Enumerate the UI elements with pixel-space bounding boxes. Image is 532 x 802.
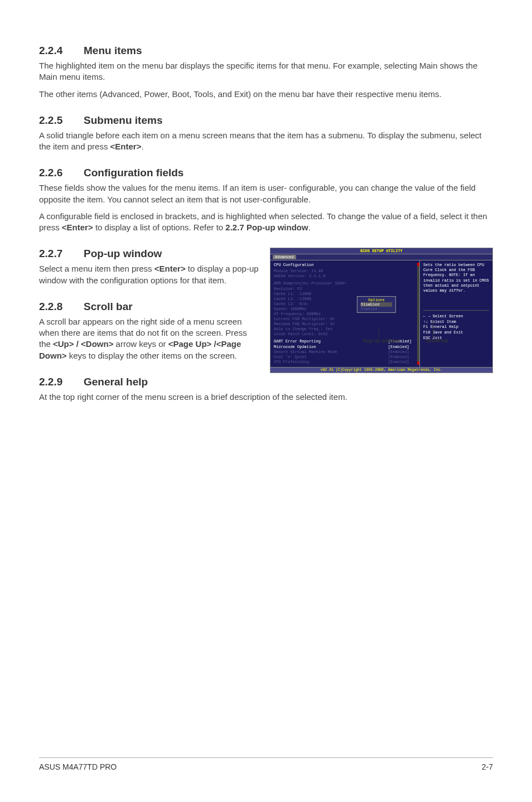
- bios-info: Revision: F2: [274, 287, 416, 292]
- para: A configurable field is enclosed in brac…: [39, 211, 493, 234]
- bios-config-label: CPU Prefetching: [274, 360, 388, 365]
- para: At the top right corner of the menu scre…: [39, 392, 493, 403]
- bios-config-row: Microcode Opdation[Enabled]: [274, 345, 416, 350]
- bios-popup-option: Disabled: [361, 302, 392, 307]
- bios-info: Maximum FSB Multiplier: 9x: [274, 322, 416, 327]
- bios-scrollbar: [417, 263, 419, 365]
- bios-popup-title: Options: [361, 298, 392, 302]
- bios-help-text: Sets the ratio between CPU Core Clock an…: [423, 263, 489, 311]
- bios-config-label: Secure Virtual Machine Mode: [274, 350, 388, 355]
- heading-config-fields: 2.2.6Configuration fields: [39, 167, 493, 179]
- bios-config-value: [Enabled]: [388, 345, 416, 350]
- section-2-2-6: 2.2.6Configuration fields These fields s…: [39, 167, 493, 233]
- page-footer: ASUS M4A77TD PRO 2-7: [39, 757, 493, 771]
- bios-config-row: Cool 'n' Quiet[Enabled]: [274, 355, 416, 360]
- bios-popup-options: Options Disabled Enabled: [357, 296, 396, 313]
- right-column: BIOS SETUP UTILITY Advanced CPU Configur…: [270, 248, 493, 373]
- bios-title-bar: BIOS SETUP UTILITY: [270, 248, 492, 254]
- heading-num: 2.2.7: [39, 248, 84, 260]
- heading-title: Submenu items: [84, 114, 162, 126]
- heading-num: 2.2.8: [39, 301, 84, 313]
- bios-popup-option: Enabled: [361, 307, 392, 311]
- heading-title: Pop-up window: [84, 248, 162, 259]
- heading-scroll-bar: 2.2.8Scroll bar: [39, 301, 259, 313]
- bios-scroll-arrow-down-icon: [417, 361, 419, 365]
- callout-line: [433, 320, 433, 338]
- heading-title: General help: [84, 376, 148, 388]
- heading-num: 2.2.4: [39, 45, 84, 57]
- heading-num: 2.2.6: [39, 167, 84, 179]
- heading-submenu-items: 2.2.5Submenu items: [39, 114, 493, 127]
- left-column: 2.2.7Pop-up window Select a menu item th…: [39, 248, 259, 376]
- bios-main-panel: CPU Configuration Module Version: 13.40 …: [270, 260, 420, 367]
- bios-info: Able to Change Freq.: Yes: [274, 327, 416, 332]
- para: These fields show the values for the men…: [39, 182, 493, 205]
- footer-page-number: 2-7: [482, 762, 493, 771]
- two-column-area: 2.2.7Pop-up window Select a menu item th…: [39, 248, 493, 376]
- section-2-2-5: 2.2.5Submenu items A solid triangle befo…: [39, 114, 493, 153]
- bios-body: CPU Configuration Module Version: 13.40 …: [270, 260, 492, 367]
- bios-config-row: CPU Prefetching[Enabled]: [274, 360, 416, 365]
- bios-screenshot: BIOS SETUP UTILITY Advanced CPU Configur…: [270, 248, 493, 373]
- bios-tab-bar: Advanced: [270, 254, 492, 260]
- bios-section-title: CPU Configuration: [274, 263, 416, 267]
- bios-scroll-arrow-up-icon: [417, 263, 419, 266]
- para: The highlighted item on the menu bar dis…: [39, 60, 493, 83]
- section-2-2-9: 2.2.9General help At the top right corne…: [39, 376, 493, 403]
- footer-product: ASUS M4A77TD PRO: [39, 762, 117, 771]
- heading-num: 2.2.9: [39, 376, 84, 388]
- bios-nav-line: ← → Select Screen: [423, 314, 489, 320]
- section-2-2-8: 2.2.8Scroll bar A scroll bar appears on …: [39, 301, 259, 361]
- section-2-2-7: 2.2.7Pop-up window Select a menu item th…: [39, 248, 259, 286]
- bios-info: Module Version: 13.40: [274, 269, 416, 274]
- bios-tab-advanced: Advanced: [273, 255, 296, 259]
- annotation-popup-window: Pop-up window: [359, 338, 404, 344]
- para: The other items (Advanced, Power, Boot, …: [39, 89, 493, 100]
- bios-help-panel: Sets the ratio between CPU Core Clock an…: [420, 260, 492, 367]
- heading-popup-window: 2.2.7Pop-up window: [39, 248, 259, 260]
- bios-config-label: Microcode Opdation: [274, 345, 388, 350]
- bios-info: uCode Patch Level: 0x62: [274, 332, 416, 337]
- bios-info: Current FSB Multiplier: 9x: [274, 317, 416, 322]
- heading-title: Menu items: [84, 45, 142, 56]
- bios-info: AMD Sempron(tm) Processor 3200+: [274, 281, 416, 286]
- section-2-2-4: 2.2.4Menu items The highlighted item on …: [39, 45, 493, 100]
- bios-config-value: [Enabled]: [388, 360, 416, 365]
- bios-config-value: [Enabled]: [388, 355, 416, 360]
- callout-line: [379, 328, 379, 338]
- para: A scroll bar appears on the right side o…: [39, 316, 259, 361]
- para: A solid triangle before each item on a m…: [39, 130, 493, 153]
- bios-copyright: v02.61 (C)Copyright 1985-2009, American …: [270, 367, 492, 373]
- heading-title: Scroll bar: [84, 301, 133, 312]
- heading-menu-items: 2.2.4Menu items: [39, 45, 493, 57]
- para: Select a menu item then press <Enter> to…: [39, 263, 259, 286]
- heading-num: 2.2.5: [39, 114, 84, 127]
- heading-general-help: 2.2.9General help: [39, 376, 493, 388]
- bios-info: AGESA Version: 3.3.1.0: [274, 274, 416, 279]
- bios-config-value: [Enabled]: [388, 350, 416, 355]
- heading-title: Configuration fields: [84, 167, 183, 178]
- bios-config-label: Cool 'n' Quiet: [274, 355, 388, 360]
- bios-config-row: Secure Virtual Machine Mode[Enabled]: [274, 350, 416, 355]
- bios-window: BIOS SETUP UTILITY Advanced CPU Configur…: [270, 248, 493, 373]
- annotation-scroll-bar: Scroll bar: [420, 338, 454, 344]
